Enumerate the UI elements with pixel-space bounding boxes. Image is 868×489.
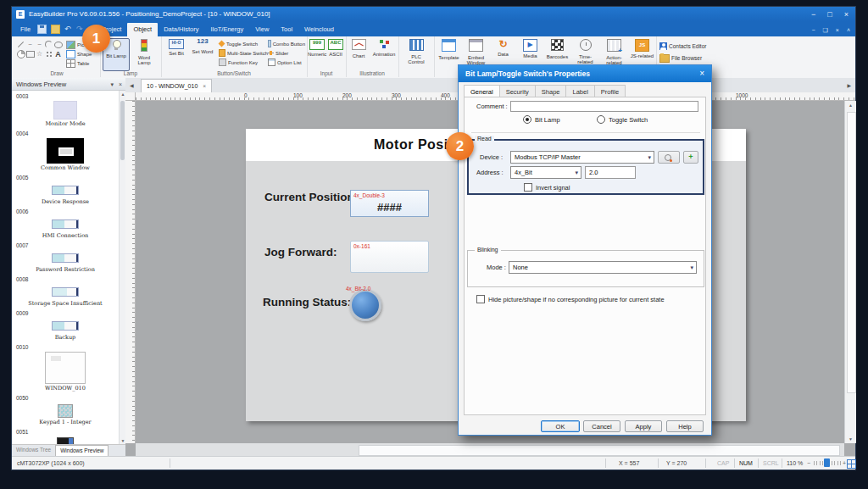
zoom-slider-thumb[interactable]: [824, 458, 830, 467]
bit-lamp-widget[interactable]: [349, 289, 381, 321]
contacts-editor-button[interactable]: Contacts Editor: [659, 42, 706, 51]
window-thumbnail[interactable]: [52, 253, 79, 263]
canvas-vertical-scrollbar[interactable]: ▲ ▼: [844, 101, 856, 443]
tab-view[interactable]: View: [249, 23, 275, 36]
window-thumbnail[interactable]: [52, 186, 79, 195]
tab-tool[interactable]: Tool: [275, 23, 298, 36]
slider-button[interactable]: Slider: [268, 48, 305, 58]
window-list-item[interactable]: 0005 Device Response: [12, 175, 119, 206]
hide-picture-checkbox[interactable]: Hide picture/shape if no corresponding p…: [476, 295, 665, 303]
ellipse-tool-icon[interactable]: [53, 40, 63, 49]
minimize-icon[interactable]: [811, 10, 815, 19]
undo-icon[interactable]: [64, 25, 72, 33]
dots-tool-icon[interactable]: [44, 49, 53, 58]
pie-tool-icon[interactable]: [16, 49, 25, 58]
document-tab[interactable]: 10 - WINDOW_010: [141, 79, 212, 92]
close-icon[interactable]: [844, 10, 849, 19]
freehand-tool-icon[interactable]: [25, 40, 35, 49]
collapse-ribbon-icon[interactable]: [847, 27, 850, 34]
canvas-scroll-up-icon[interactable]: ▲: [845, 103, 856, 108]
numeric-button[interactable]: Numeric: [308, 38, 326, 69]
file-menu[interactable]: File: [12, 25, 37, 36]
help-button[interactable]: Help: [666, 420, 704, 432]
tab-nav-left-icon[interactable]: [130, 82, 134, 88]
address-type-dropdown[interactable]: 4x_Bit: [510, 166, 581, 179]
window-list-item[interactable]: 0003 Monitor Mode: [12, 93, 119, 128]
window-list-item[interactable]: 0007 Password Restriction: [12, 242, 119, 274]
table-button[interactable]: Table: [66, 58, 93, 68]
dialog-close-icon[interactable]: [699, 65, 704, 82]
window-list-item[interactable]: 0008 Storage Space Insufficient: [12, 276, 119, 308]
child-minimize-icon[interactable]: [811, 27, 815, 34]
text-tool-icon[interactable]: [53, 49, 63, 58]
tab-weincloud[interactable]: Weincloud: [298, 23, 340, 36]
set-bit-button[interactable]: Set Bit: [164, 38, 189, 69]
window-thumbnail[interactable]: [53, 101, 77, 119]
panel-dropdown-icon[interactable]: ▾: [110, 78, 114, 91]
window-list-item[interactable]: 0010 WINDOW_010: [12, 344, 119, 392]
window-thumbnail[interactable]: [57, 437, 74, 444]
multi-state-switch-button[interactable]: Multi-State Switch: [219, 48, 268, 58]
open-icon[interactable]: [51, 25, 60, 34]
maximize-icon[interactable]: [827, 10, 832, 19]
bit-lamp-radio[interactable]: Bit Lamp: [523, 115, 560, 124]
toggle-switch-radio[interactable]: Toggle Switch: [597, 115, 648, 124]
canvas-hscroll-thumb[interactable]: [359, 445, 840, 456]
jog-button-widget[interactable]: 0x-161: [350, 241, 429, 273]
line-tool-icon[interactable]: [16, 40, 25, 49]
option-list-button[interactable]: Option List: [268, 58, 305, 67]
panel-scrollbar-thumb[interactable]: [120, 101, 125, 160]
comment-input[interactable]: [510, 101, 698, 112]
combo-button-button[interactable]: Combo Button: [268, 39, 305, 48]
dialog-titlebar[interactable]: Bit Lamp/Toggle Switch's Properties: [459, 65, 711, 82]
rectangle-tool-icon[interactable]: [25, 49, 35, 58]
address-input[interactable]: 2.0: [585, 166, 636, 179]
canvas-horizontal-scrollbar[interactable]: [136, 443, 844, 456]
invert-signal-checkbox[interactable]: Invert signal: [524, 183, 570, 192]
function-key-button[interactable]: Function Key: [219, 58, 268, 67]
ascii-button[interactable]: ASCII: [326, 38, 345, 69]
tab-data-history[interactable]: Data/History: [158, 23, 204, 36]
blinking-mode-dropdown[interactable]: None: [509, 261, 697, 274]
device-settings-button[interactable]: [658, 151, 680, 164]
window-thumbnail[interactable]: [58, 404, 73, 418]
tab-close-icon[interactable]: [203, 83, 206, 89]
polyline-tool-icon[interactable]: [35, 40, 44, 49]
save-icon[interactable]: [37, 25, 47, 34]
window-thumbnail[interactable]: [52, 287, 79, 297]
device-add-button[interactable]: [683, 151, 698, 164]
tab-iiot-energy[interactable]: IIoT/Energy: [204, 23, 249, 36]
word-lamp-button[interactable]: Word Lamp: [131, 38, 157, 69]
animation-button[interactable]: Animation: [371, 38, 397, 69]
zoom-out-icon[interactable]: [807, 457, 810, 470]
window-thumbnail[interactable]: [52, 321, 79, 331]
file-browser-button[interactable]: File Browser: [659, 53, 702, 63]
canvas-vscroll-thumb[interactable]: [847, 112, 856, 393]
window-list-item[interactable]: 0051 Keypad 2 - Integer: [12, 429, 119, 444]
device-dropdown[interactable]: Modbus TCP/IP Master: [510, 151, 654, 164]
tab-nav-right-icon[interactable]: [847, 82, 851, 88]
ok-button[interactable]: OK: [541, 420, 580, 432]
tab-windows-preview[interactable]: Windows Preview: [55, 445, 108, 457]
canvas-scroll-down-icon[interactable]: ▼: [845, 436, 856, 442]
zoom-in-icon[interactable]: [843, 457, 846, 470]
child-restore-icon[interactable]: [823, 27, 828, 34]
tab-object[interactable]: Object: [127, 23, 158, 36]
set-word-button[interactable]: Set Word: [190, 38, 215, 69]
window-list-item[interactable]: 0050 Keypad 1 - Integer: [12, 395, 119, 426]
apply-button[interactable]: Apply: [625, 420, 662, 432]
window-thumbnail[interactable]: [47, 138, 84, 164]
tab-windows-tree[interactable]: Windows Tree: [12, 445, 55, 457]
star-tool-icon[interactable]: [35, 49, 44, 58]
window-thumbnail[interactable]: [52, 219, 79, 229]
window-list-item[interactable]: 0004 Common Window: [12, 131, 119, 172]
plc-control-button[interactable]: PLC Control: [403, 38, 429, 69]
toggle-switch-button[interactable]: Toggle Switch: [219, 39, 268, 48]
cancel-button[interactable]: Cancel: [583, 420, 620, 432]
window-list-item[interactable]: 0006 HMI Connection: [12, 208, 119, 240]
window-thumbnail[interactable]: [45, 352, 86, 384]
numeric-display-widget[interactable]: 4x_Double-3 ####: [350, 190, 429, 217]
fit-to-window-icon[interactable]: [847, 459, 856, 469]
panel-close-icon[interactable]: ×: [119, 78, 122, 91]
arc-tool-icon[interactable]: [44, 40, 53, 49]
